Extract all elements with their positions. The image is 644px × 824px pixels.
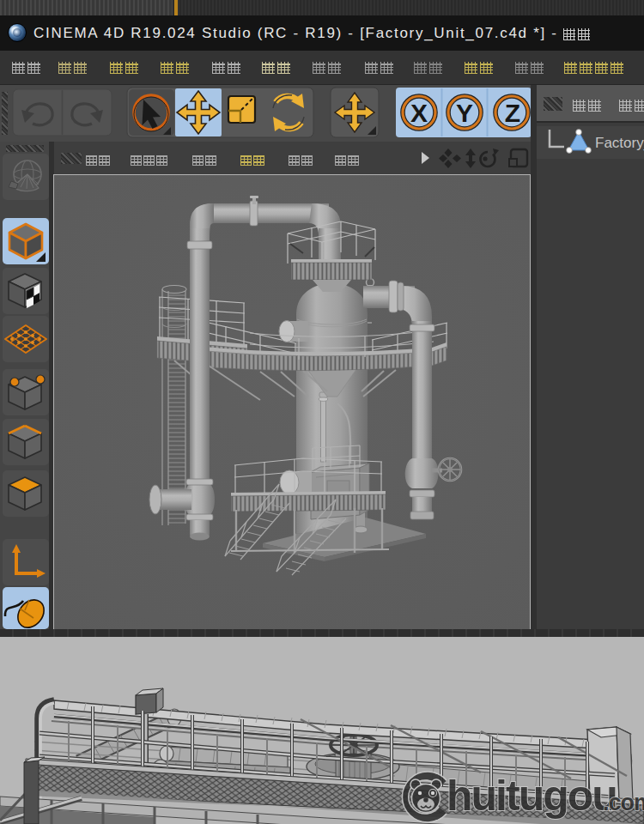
svg-text:Factory_: Factory_ bbox=[595, 135, 644, 151]
svg-text:Y: Y bbox=[456, 99, 473, 127]
svg-text:Z: Z bbox=[505, 99, 520, 127]
svg-text:.com: .com bbox=[603, 790, 644, 815]
svg-text:X: X bbox=[410, 99, 428, 127]
svg-text:huitugou: huitugou bbox=[447, 772, 617, 820]
